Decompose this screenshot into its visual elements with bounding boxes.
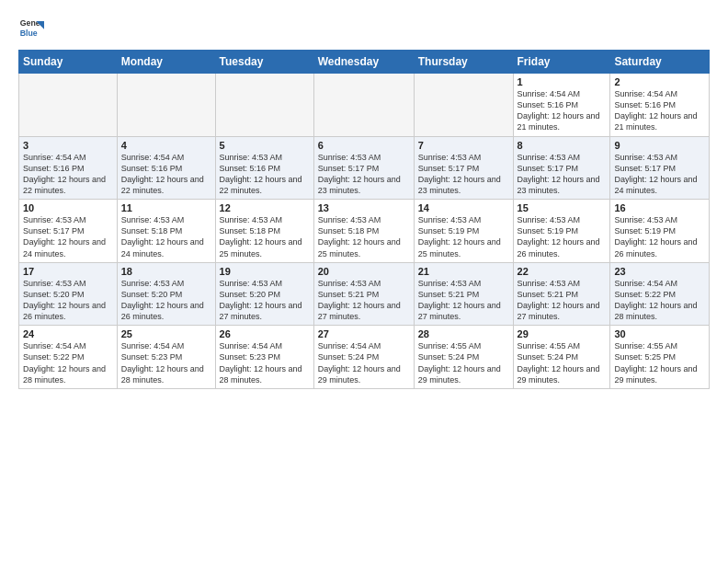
calendar-cell: 1Sunrise: 4:54 AMSunset: 5:16 PMDaylight… (513, 74, 610, 137)
day-info: Sunrise: 4:54 AMSunset: 5:16 PMDaylight:… (614, 88, 705, 133)
calendar-header-row: SundayMondayTuesdayWednesdayThursdayFrid… (19, 51, 710, 74)
calendar-cell: 23Sunrise: 4:54 AMSunset: 5:22 PMDayligh… (610, 262, 710, 326)
day-info: Sunrise: 4:53 AMSunset: 5:18 PMDaylight:… (220, 214, 310, 259)
day-info: Sunrise: 4:53 AMSunset: 5:17 PMDaylight:… (318, 152, 410, 197)
day-number: 4 (121, 140, 211, 151)
header: General Blue (18, 15, 710, 40)
day-number: 16 (614, 202, 705, 213)
calendar-cell: 14Sunrise: 4:53 AMSunset: 5:19 PMDayligh… (414, 200, 513, 263)
calendar-cell: 27Sunrise: 4:54 AMSunset: 5:24 PMDayligh… (313, 326, 414, 389)
weekday-header: Sunday (19, 51, 118, 74)
day-info: Sunrise: 4:53 AMSunset: 5:17 PMDaylight:… (418, 152, 509, 197)
calendar-cell: 3Sunrise: 4:54 AMSunset: 5:16 PMDaylight… (19, 136, 118, 200)
day-number: 7 (418, 140, 509, 151)
day-info: Sunrise: 4:53 AMSunset: 5:18 PMDaylight:… (121, 214, 211, 259)
day-number: 15 (518, 202, 607, 213)
day-number: 17 (23, 266, 113, 277)
day-info: Sunrise: 4:53 AMSunset: 5:17 PMDaylight:… (23, 214, 113, 259)
calendar-table: SundayMondayTuesdayWednesdayThursdayFrid… (18, 50, 710, 389)
calendar-cell (215, 74, 313, 137)
calendar-cell (414, 74, 513, 137)
calendar-week-row: 17Sunrise: 4:53 AMSunset: 5:20 PMDayligh… (19, 262, 710, 326)
day-info: Sunrise: 4:53 AMSunset: 5:21 PMDaylight:… (418, 278, 509, 323)
day-info: Sunrise: 4:54 AMSunset: 5:24 PMDaylight:… (318, 340, 410, 385)
calendar-cell: 15Sunrise: 4:53 AMSunset: 5:19 PMDayligh… (513, 200, 610, 263)
calendar-week-row: 3Sunrise: 4:54 AMSunset: 5:16 PMDaylight… (19, 136, 710, 200)
day-info: Sunrise: 4:53 AMSunset: 5:17 PMDaylight:… (614, 152, 705, 197)
day-number: 1 (518, 76, 607, 87)
day-number: 20 (318, 266, 410, 277)
calendar-cell: 13Sunrise: 4:53 AMSunset: 5:18 PMDayligh… (313, 200, 414, 263)
day-number: 21 (418, 266, 509, 277)
day-number: 22 (518, 266, 607, 277)
day-info: Sunrise: 4:53 AMSunset: 5:18 PMDaylight:… (318, 214, 410, 259)
day-info: Sunrise: 4:53 AMSunset: 5:20 PMDaylight:… (121, 278, 211, 323)
calendar-cell: 9Sunrise: 4:53 AMSunset: 5:17 PMDaylight… (610, 136, 710, 200)
weekday-header: Saturday (610, 51, 710, 74)
day-number: 18 (121, 266, 211, 277)
calendar-cell: 24Sunrise: 4:54 AMSunset: 5:22 PMDayligh… (19, 326, 118, 389)
calendar-cell: 12Sunrise: 4:53 AMSunset: 5:18 PMDayligh… (215, 200, 313, 263)
calendar-week-row: 10Sunrise: 4:53 AMSunset: 5:17 PMDayligh… (19, 200, 710, 263)
svg-text:Blue: Blue (20, 29, 38, 38)
calendar-cell: 7Sunrise: 4:53 AMSunset: 5:17 PMDaylight… (414, 136, 513, 200)
day-info: Sunrise: 4:53 AMSunset: 5:20 PMDaylight:… (220, 278, 310, 323)
day-info: Sunrise: 4:53 AMSunset: 5:19 PMDaylight:… (518, 214, 607, 259)
day-info: Sunrise: 4:54 AMSunset: 5:16 PMDaylight:… (121, 152, 211, 197)
day-number: 13 (318, 202, 410, 213)
day-info: Sunrise: 4:53 AMSunset: 5:16 PMDaylight:… (220, 152, 310, 197)
day-number: 14 (418, 202, 509, 213)
day-number: 25 (121, 328, 211, 339)
weekday-header: Tuesday (215, 51, 313, 74)
calendar-cell: 19Sunrise: 4:53 AMSunset: 5:20 PMDayligh… (215, 262, 313, 326)
day-info: Sunrise: 4:55 AMSunset: 5:25 PMDaylight:… (614, 340, 705, 385)
weekday-header: Monday (117, 51, 215, 74)
day-number: 28 (418, 328, 509, 339)
day-number: 10 (23, 202, 113, 213)
calendar-cell: 17Sunrise: 4:53 AMSunset: 5:20 PMDayligh… (19, 262, 118, 326)
calendar-cell: 6Sunrise: 4:53 AMSunset: 5:17 PMDaylight… (313, 136, 414, 200)
day-number: 29 (518, 328, 607, 339)
calendar-cell: 28Sunrise: 4:55 AMSunset: 5:24 PMDayligh… (414, 326, 513, 389)
day-number: 11 (121, 202, 211, 213)
weekday-header: Thursday (414, 51, 513, 74)
calendar-cell (117, 74, 215, 137)
day-number: 12 (220, 202, 310, 213)
calendar-cell: 30Sunrise: 4:55 AMSunset: 5:25 PMDayligh… (610, 326, 710, 389)
weekday-header: Friday (513, 51, 610, 74)
day-number: 23 (614, 266, 705, 277)
day-info: Sunrise: 4:55 AMSunset: 5:24 PMDaylight:… (418, 340, 509, 385)
calendar-cell (313, 74, 414, 137)
day-number: 9 (614, 140, 705, 151)
calendar-cell: 10Sunrise: 4:53 AMSunset: 5:17 PMDayligh… (19, 200, 118, 263)
day-number: 27 (318, 328, 410, 339)
calendar-cell: 26Sunrise: 4:54 AMSunset: 5:23 PMDayligh… (215, 326, 313, 389)
calendar-cell: 11Sunrise: 4:53 AMSunset: 5:18 PMDayligh… (117, 200, 215, 263)
day-number: 2 (614, 76, 705, 87)
day-info: Sunrise: 4:55 AMSunset: 5:24 PMDaylight:… (518, 340, 607, 385)
day-number: 30 (614, 328, 705, 339)
day-info: Sunrise: 4:54 AMSunset: 5:22 PMDaylight:… (614, 278, 705, 323)
calendar-cell: 21Sunrise: 4:53 AMSunset: 5:21 PMDayligh… (414, 262, 513, 326)
calendar-cell (19, 74, 118, 137)
day-info: Sunrise: 4:53 AMSunset: 5:20 PMDaylight:… (23, 278, 113, 323)
day-info: Sunrise: 4:54 AMSunset: 5:22 PMDaylight:… (23, 340, 113, 385)
day-info: Sunrise: 4:54 AMSunset: 5:16 PMDaylight:… (518, 88, 607, 133)
day-number: 3 (23, 140, 113, 151)
weekday-header: Wednesday (313, 51, 414, 74)
logo-icon: General Blue (18, 15, 44, 40)
calendar-cell: 25Sunrise: 4:54 AMSunset: 5:23 PMDayligh… (117, 326, 215, 389)
calendar-cell: 20Sunrise: 4:53 AMSunset: 5:21 PMDayligh… (313, 262, 414, 326)
day-info: Sunrise: 4:54 AMSunset: 5:23 PMDaylight:… (220, 340, 310, 385)
day-info: Sunrise: 4:53 AMSunset: 5:17 PMDaylight:… (518, 152, 607, 197)
calendar-week-row: 24Sunrise: 4:54 AMSunset: 5:22 PMDayligh… (19, 326, 710, 389)
day-number: 6 (318, 140, 410, 151)
day-number: 5 (220, 140, 310, 151)
calendar-cell: 22Sunrise: 4:53 AMSunset: 5:21 PMDayligh… (513, 262, 610, 326)
day-number: 26 (220, 328, 310, 339)
day-info: Sunrise: 4:53 AMSunset: 5:21 PMDaylight:… (318, 278, 410, 323)
day-number: 8 (518, 140, 607, 151)
calendar-cell: 29Sunrise: 4:55 AMSunset: 5:24 PMDayligh… (513, 326, 610, 389)
calendar-cell: 16Sunrise: 4:53 AMSunset: 5:19 PMDayligh… (610, 200, 710, 263)
page: General Blue SundayMondayTuesdayWednesda… (0, 0, 728, 563)
